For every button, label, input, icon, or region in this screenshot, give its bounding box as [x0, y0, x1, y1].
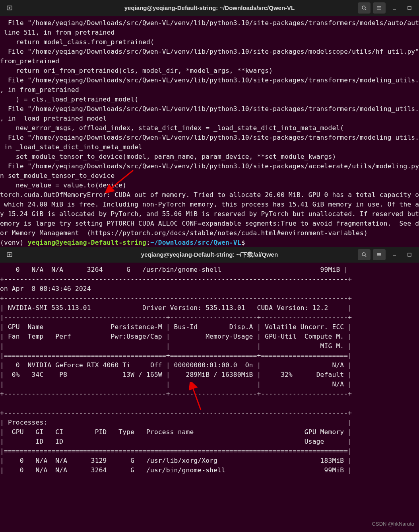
terminal-output-2[interactable]: 0 N/A N/A 3264 G /usr/bin/gnome-shell 99… — [0, 263, 419, 475]
hamburger-menu-2[interactable] — [373, 249, 386, 260]
terminal-line: +---------------------------------------… — [0, 389, 419, 399]
terminal-line: +---------------------------------------… — [0, 408, 419, 418]
titlebar-1: yeqiang@yeqiang-Default-string: ~/Downlo… — [0, 0, 419, 16]
minimize-button-2[interactable] — [388, 249, 401, 260]
terminal-line: |=======================================… — [0, 351, 419, 361]
terminal-line: , in _load_pretrained_model — [0, 114, 419, 123]
terminal-line: set_module_tensor_to_device(model, param… — [0, 152, 419, 162]
svg-line-16 — [365, 255, 366, 257]
terminal-line: | GPU Name Persistence-M | Bus-Id Disp.A… — [0, 322, 419, 332]
terminal-line: which 24.00 MiB is free. Including non-P… — [0, 200, 419, 209]
terminal-line: | NVIDIA-SMI 535.113.01 Driver Version: … — [0, 303, 419, 313]
window-title-1: yeqiang@yeqiang-Default-string: ~/Downlo… — [124, 3, 295, 13]
terminal-line: |---------------------------------------… — [0, 313, 419, 322]
hamburger-menu[interactable] — [373, 2, 386, 14]
maximize-button-2[interactable] — [403, 249, 416, 260]
svg-rect-9 — [408, 6, 411, 10]
terminal-output-1[interactable]: File "/home/yeqiang/Downloads/src/Qwen-V… — [0, 16, 419, 247]
terminal-line: +---------------------------------------… — [0, 294, 419, 303]
titlebar-2: yeqiang@yeqiang-Default-string: ~/下载/ai/… — [0, 247, 419, 263]
terminal-line: | ID ID Usage | — [0, 437, 419, 446]
search-button-2[interactable] — [358, 249, 371, 260]
terminal-line: return ori_from_pretrained(cls, model_di… — [0, 66, 419, 76]
terminal-line: return model_class.from_pretrained( — [0, 37, 419, 47]
terminal-line: File "/home/yeqiang/Downloads/src/Qwen-V… — [0, 18, 419, 28]
svg-point-15 — [362, 253, 365, 256]
terminal-line: | | | MIG M. | — [0, 341, 419, 351]
terminal-line: | Processes: | — [0, 418, 419, 427]
terminal-line: on Apr 8 08:43:46 2024 — [0, 284, 419, 294]
watermark: CSDN @hkNaruto — [372, 519, 414, 529]
terminal-line: torch.cuda.OutOfMemoryError: CUDA out of… — [0, 190, 419, 200]
terminal-line: File "/home/yeqiang/Downloads/src/Qwen-V… — [0, 104, 419, 114]
search-button[interactable] — [358, 2, 371, 14]
terminal-line: | 0 N/A N/A 3129 G /usr/lib/xorg/Xorg 18… — [0, 456, 419, 466]
terminal-line — [0, 399, 419, 408]
terminal-line: |=======================================… — [0, 446, 419, 456]
terminal-line: or Memory Management (https://pytorch.or… — [0, 228, 419, 238]
terminal-line: | GPU GI CI PID Type Process name GPU Me… — [0, 427, 419, 437]
maximize-button[interactable] — [403, 2, 416, 14]
window-title-2: yeqiang@yeqiang-Default-string: ~/下载/ai/… — [141, 250, 278, 259]
new-tab-button-2[interactable] — [3, 249, 16, 260]
svg-rect-21 — [408, 253, 411, 256]
terminal-line: ) = cls._load_pretrained_model( — [0, 95, 419, 104]
terminal-line: emory is large try setting PYTORCH_CUDA_… — [0, 219, 419, 228]
terminal-line: new_value = value.to(device) — [0, 181, 419, 190]
svg-line-4 — [365, 9, 366, 10]
terminal-line: File "/home/yeqiang/Downloads/src/Qwen-V… — [0, 162, 419, 171]
terminal-line: File "/home/yeqiang/Downloads/src/Qwen-V… — [0, 47, 419, 57]
terminal-line: y 15.24 GiB is allocated by PyTorch, and… — [0, 209, 419, 219]
minimize-button[interactable] — [388, 2, 401, 14]
terminal-line: File "/home/yeqiang/Downloads/src/Qwen-V… — [0, 133, 419, 142]
terminal-line: , in from_pretrained — [0, 85, 419, 95]
svg-point-3 — [362, 6, 365, 9]
new-tab-button[interactable] — [3, 2, 16, 14]
prompt-line[interactable]: (venv) yeqiang@yeqiang-Default-string:~/… — [0, 238, 419, 247]
terminal-line: line 511, in from_pretrained — [0, 28, 419, 37]
terminal-line: +---------------------------------------… — [0, 275, 419, 284]
terminal-line: n set_module_tensor_to_device — [0, 171, 419, 181]
terminal-line: new_error_msgs, offload_index, state_dic… — [0, 123, 419, 133]
terminal-line: in _load_state_dict_into_meta_model — [0, 142, 419, 152]
terminal-line: from_pretrained — [0, 57, 419, 66]
terminal-line: | Fan Temp Perf Pwr:Usage/Cap | Memory-U… — [0, 332, 419, 341]
terminal-line: | 0% 34C P8 13W / 165W | 289MiB / 16380M… — [0, 370, 419, 380]
terminal-line: | 0 N/A N/A 3264 G /usr/bin/gnome-shell … — [0, 466, 419, 475]
terminal-line: File "/home/yeqiang/Downloads/src/Qwen-V… — [0, 76, 419, 85]
terminal-line: | | | N/A | — [0, 380, 419, 389]
terminal-line: | 0 NVIDIA GeForce RTX 4060 Ti Off | 000… — [0, 361, 419, 370]
terminal-line: 0 N/A N/A 3264 G /usr/bin/gnome-shell 99… — [0, 265, 419, 275]
